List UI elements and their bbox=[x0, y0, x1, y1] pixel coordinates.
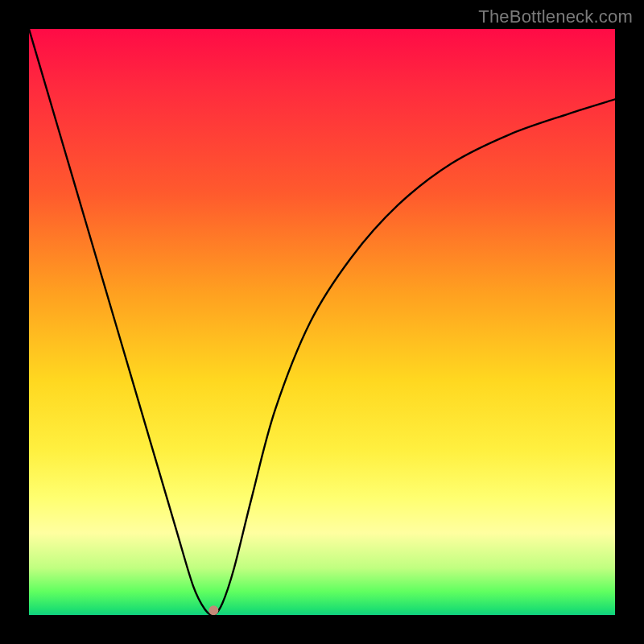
chart-frame: TheBottleneck.com bbox=[0, 0, 644, 644]
plot-area bbox=[29, 29, 615, 615]
bottleneck-curve bbox=[29, 29, 615, 615]
minimum-marker bbox=[208, 605, 218, 615]
curve-layer bbox=[29, 29, 615, 615]
attribution-text: TheBottleneck.com bbox=[478, 6, 633, 27]
